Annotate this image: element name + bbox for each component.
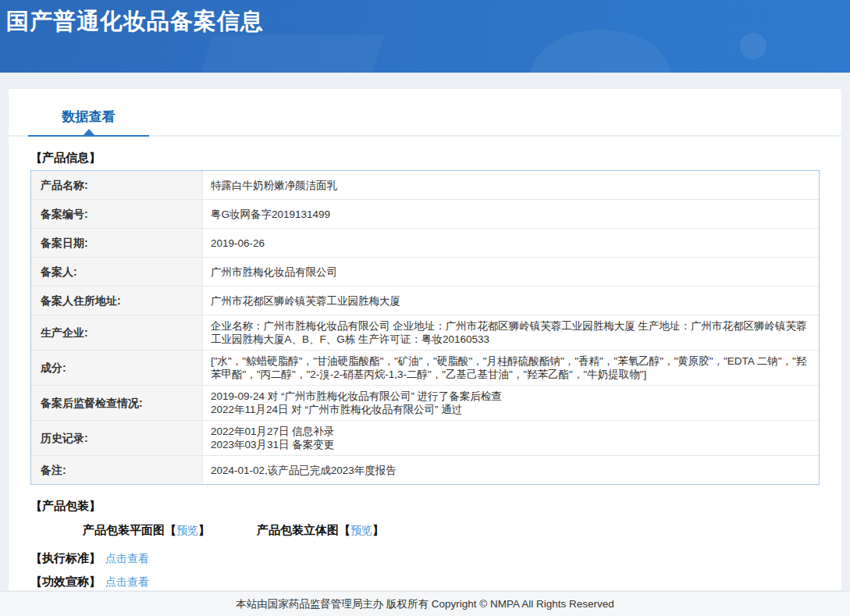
- table-row-history: 历史记录: 2022年01月27日 信息补录 2023年03月31日 备案变更: [31, 420, 819, 455]
- page-title: 国产普通化妆品备案信息: [0, 0, 850, 37]
- table-row-registrant: 备案人: 广州市胜梅化妆品有限公司: [31, 257, 819, 286]
- page-footer: 本站由国家药品监督管理局主办 版权所有 Copyright © NMPA All…: [0, 591, 850, 616]
- packaging-flat-view-label: 产品包装平面图: [83, 523, 165, 538]
- table-row-registrant-address: 备案人住所地址: 广州市花都区狮岭镇芙蓉工业园胜梅大厦: [31, 286, 819, 315]
- table-row-supervision-check: 备案后监督检查情况: 2019-09-24 对 “广州市胜梅化妆品有限公司” 进…: [31, 385, 819, 420]
- tab-data-view[interactable]: 数据查看: [28, 108, 149, 137]
- standard-view-link[interactable]: 点击查看: [105, 552, 149, 566]
- bracket-close: 】: [198, 523, 210, 538]
- row-value: 广州市花都区狮岭镇芙蓉工业园胜梅大厦: [203, 287, 819, 315]
- content-card: 数据查看 【产品信息】 产品名称: 特露白牛奶粉嫩净颜洁面乳 备案编号: 粤G妆…: [8, 88, 842, 591]
- row-label: 备案日期:: [31, 229, 203, 257]
- standard-heading: 【执行标准】: [30, 551, 101, 566]
- table-row-remarks: 备注: 2024-01-02,该产品已完成2023年度报告: [31, 455, 819, 484]
- product-info-heading: 【产品信息】: [30, 151, 820, 166]
- efficacy-heading: 【功效宣称】: [30, 575, 101, 589]
- row-label: 成分:: [31, 351, 203, 385]
- row-value: ["水"，"鲸蜡硬脂醇"，"甘油硬脂酸酯"，"矿油"，"硬脂酸"，"月桂醇硫酸酯…: [203, 351, 819, 385]
- bracket-open: 【: [165, 523, 176, 538]
- row-value: 广州市胜梅化妆品有限公司: [203, 258, 819, 286]
- tab-bar: 数据查看: [9, 108, 841, 137]
- row-label: 历史记录:: [31, 421, 203, 455]
- packaging-heading: 【产品包装】: [30, 499, 820, 514]
- row-value: 2022年01月27日 信息补录 2023年03月31日 备案变更: [203, 421, 819, 455]
- row-value: 特露白牛奶粉嫩净颜洁面乳: [203, 171, 819, 199]
- row-label: 备注:: [31, 456, 203, 484]
- row-label: 备案编号:: [31, 200, 203, 228]
- bracket-close: 】: [372, 523, 384, 538]
- row-value: 2024-01-02,该产品已完成2023年度报告: [203, 456, 819, 484]
- tab-data-view-label: 数据查看: [62, 109, 116, 124]
- row-label: 生产企业:: [31, 315, 203, 350]
- standard-section: 【执行标准】 点击查看: [30, 551, 820, 566]
- table-row-registration-number: 备案编号: 粤G妆网备字2019131499: [31, 199, 819, 228]
- header-gap: [0, 73, 850, 88]
- table-row-ingredients: 成分: ["水"，"鲸蜡硬脂醇"，"甘油硬脂酸酯"，"矿油"，"硬脂酸"，"月桂…: [31, 350, 819, 385]
- efficacy-view-link[interactable]: 点击查看: [105, 575, 149, 589]
- row-value: 粤G妆网备字2019131499: [203, 200, 819, 228]
- row-value: 2019-06-26: [203, 229, 819, 257]
- table-row-registration-date: 备案日期: 2019-06-26: [31, 228, 819, 257]
- bracket-open: 【: [339, 523, 350, 538]
- packaging-flat-view-item: 产品包装平面图 【 预览 】: [83, 523, 210, 538]
- page-header: 国产普通化妆品备案信息: [0, 0, 850, 73]
- row-label: 备案人住所地址:: [31, 287, 203, 315]
- table-row-manufacturer: 生产企业: 企业名称：广州市胜梅化妆品有限公司 企业地址：广州市花都区狮岭镇芙蓉…: [31, 315, 819, 350]
- packaging-3d-view-label: 产品包装立体图: [257, 523, 339, 538]
- row-label: 备案后监督检查情况:: [31, 386, 203, 420]
- active-tab-pointer-icon: [84, 129, 94, 135]
- footer-copyright-text: 本站由国家药品监督管理局主办 版权所有 Copyright © NMPA All…: [236, 598, 614, 610]
- packaging-row: 产品包装平面图 【 预览 】 产品包装立体图 【 预览 】: [83, 523, 820, 538]
- packaging-3d-view-preview-link[interactable]: 预览: [350, 524, 372, 538]
- packaging-3d-view-item: 产品包装立体图 【 预览 】: [257, 523, 384, 538]
- product-info-table: 产品名称: 特露白牛奶粉嫩净颜洁面乳 备案编号: 粤G妆网备字201913149…: [30, 170, 820, 485]
- row-label: 备案人:: [31, 258, 203, 286]
- table-row-product-name: 产品名称: 特露白牛奶粉嫩净颜洁面乳: [31, 171, 819, 199]
- packaging-flat-view-preview-link[interactable]: 预览: [176, 524, 198, 538]
- row-label: 产品名称:: [31, 171, 203, 199]
- row-value: 企业名称：广州市胜梅化妆品有限公司 企业地址：广州市花都区狮岭镇芙蓉工业园胜梅大…: [203, 315, 819, 350]
- efficacy-section: 【功效宣称】 点击查看: [30, 575, 820, 589]
- header-decor-shape: [177, 35, 384, 73]
- row-value: 2019-09-24 对 “广州市胜梅化妆品有限公司” 进行了备案后检查 202…: [203, 386, 819, 420]
